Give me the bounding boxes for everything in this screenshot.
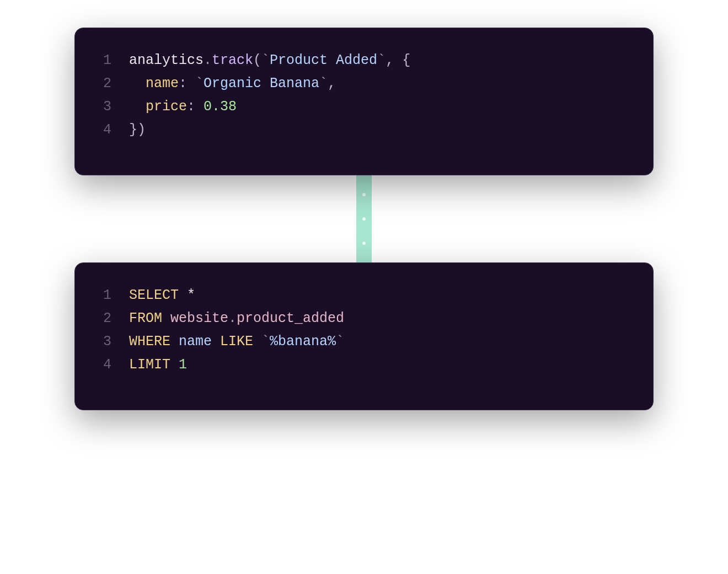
connector-dot: [362, 193, 366, 196]
code-content: price: 0.38: [129, 95, 237, 119]
line-number: 1: [95, 284, 129, 307]
code-content: SELECT *: [129, 284, 195, 307]
line-number: 4: [95, 119, 129, 142]
code-content: WHERE name LIKE `%banana%`: [129, 330, 344, 353]
code-content: FROM website.product_added: [129, 307, 344, 330]
code-line: 1 analytics.track(`Product Added`, {: [95, 49, 633, 72]
line-number: 2: [95, 307, 129, 330]
connector-dot: [362, 242, 366, 245]
code-line: 4 }): [95, 119, 633, 142]
code-block-sql: 1 SELECT * 2 FROM website.product_added …: [74, 262, 654, 410]
line-number: 3: [95, 95, 129, 119]
line-number: 2: [95, 72, 129, 95]
code-line: 2 FROM website.product_added: [95, 307, 633, 330]
code-line: 2 name: `Organic Banana`,: [95, 72, 633, 95]
line-number: 3: [95, 330, 129, 353]
code-content: }): [129, 119, 146, 142]
code-line: 3 price: 0.38: [95, 95, 633, 119]
code-content: name: `Organic Banana`,: [129, 72, 336, 95]
code-line: 3 WHERE name LIKE `%banana%`: [95, 330, 633, 353]
line-number: 1: [95, 49, 129, 72]
line-number: 4: [95, 353, 129, 377]
code-block-js: 1 analytics.track(`Product Added`, { 2 n…: [74, 28, 654, 175]
code-content: analytics.track(`Product Added`, {: [129, 49, 410, 72]
code-line: 1 SELECT *: [95, 284, 633, 307]
connector-bar: [356, 172, 372, 266]
code-content: LIMIT 1: [129, 353, 187, 377]
code-line: 4 LIMIT 1: [95, 353, 633, 377]
connector-dot: [362, 217, 366, 221]
